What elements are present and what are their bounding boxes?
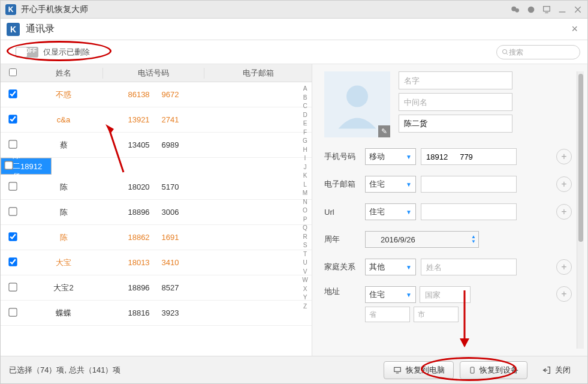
alpha-letter[interactable]: P xyxy=(301,215,309,224)
alpha-letter[interactable]: T xyxy=(301,250,309,259)
svg-point-7 xyxy=(503,49,507,53)
alpha-letter[interactable]: R xyxy=(301,233,309,242)
row-checkbox[interactable] xyxy=(8,207,17,215)
alpha-letter[interactable]: B xyxy=(301,94,309,103)
select-all-checkbox[interactable] xyxy=(9,68,17,76)
alpha-letter[interactable]: H xyxy=(301,146,309,155)
alpha-letter[interactable]: E xyxy=(301,119,309,128)
alpha-letter[interactable]: D xyxy=(301,111,309,120)
alpha-letter[interactable]: O xyxy=(301,206,309,215)
avatar-placeholder-icon xyxy=(330,77,384,131)
row-checkbox[interactable] xyxy=(8,308,17,316)
restore-to-pc-button[interactable]: 恢复到电脑 xyxy=(384,361,454,379)
alpha-letter[interactable]: K xyxy=(301,172,309,181)
phone-type-select[interactable]: 移动▼ xyxy=(365,148,416,165)
add-family-button[interactable]: + xyxy=(556,259,572,275)
search-input[interactable] xyxy=(509,48,569,56)
row-checkbox[interactable] xyxy=(8,89,17,98)
search-box[interactable] xyxy=(496,45,580,59)
alpha-letter[interactable]: V xyxy=(301,268,309,277)
table-row[interactable]: 陈二货18912⠀⠀779 xyxy=(1,158,52,175)
exit-icon xyxy=(542,365,551,375)
alpha-letter[interactable]: Y xyxy=(301,293,309,302)
table-row[interactable]: c&a13921⠀⠀2741 xyxy=(1,107,312,133)
add-url-button[interactable]: + xyxy=(556,204,572,220)
alpha-letter[interactable]: F xyxy=(301,128,309,137)
wechat-icon[interactable] xyxy=(511,5,520,14)
chevron-down-icon: ▼ xyxy=(406,264,412,271)
row-checkbox[interactable] xyxy=(8,257,17,266)
table-row[interactable]: 大宝18013⠀⠀3410 xyxy=(1,250,312,275)
middle-name-input[interactable] xyxy=(399,93,512,111)
alpha-letter[interactable]: G xyxy=(301,137,309,146)
titlebar: K 开心手机恢复大师 xyxy=(1,1,587,19)
alpha-letter[interactable]: A xyxy=(301,85,309,94)
minimize-icon[interactable] xyxy=(557,5,567,14)
avatar-edit-button[interactable]: ✎ xyxy=(378,125,390,137)
detail-scrollbar[interactable] xyxy=(577,71,584,349)
alpha-letter[interactable]: C xyxy=(301,102,309,111)
row-checkbox[interactable] xyxy=(8,283,17,291)
date-spinner[interactable]: ▲▼ xyxy=(471,235,476,244)
col-header-email[interactable]: 电子邮箱 xyxy=(204,68,312,79)
alpha-letter[interactable]: Z xyxy=(301,302,309,311)
add-email-button[interactable]: + xyxy=(556,176,572,192)
email-type-select[interactable]: 住宅▼ xyxy=(365,176,416,193)
row-phone: 18912⠀⠀779 xyxy=(20,162,67,171)
close-button[interactable]: 关闭 xyxy=(533,361,579,379)
row-checkbox[interactable] xyxy=(4,161,13,169)
table-row[interactable]: 蝶蝶18816⠀⠀3923 xyxy=(1,301,312,326)
alpha-index[interactable]: ABCDEFGHIJKLMNOPQRSTUVWXYZ xyxy=(301,85,309,311)
feedback-icon[interactable] xyxy=(542,5,551,14)
alpha-letter[interactable]: M xyxy=(301,189,309,198)
chat-icon[interactable] xyxy=(526,5,536,14)
row-checkbox[interactable] xyxy=(8,140,17,148)
row-name: 陈 xyxy=(25,182,102,193)
contacts-table: 姓名 电话号码 电子邮箱 不惑86138⠀⠀9672c&a13921⠀⠀2741… xyxy=(1,64,312,356)
col-header-phone[interactable]: 电话号码 xyxy=(102,68,204,79)
family-type-select[interactable]: 其他▼ xyxy=(365,259,416,275)
col-header-name[interactable]: 姓名 xyxy=(25,68,102,79)
table-row[interactable]: 陈18896⠀⠀3006 xyxy=(1,200,312,225)
first-name-input[interactable] xyxy=(399,71,512,89)
city-input[interactable] xyxy=(414,307,459,322)
close-panel-button[interactable]: × xyxy=(568,23,581,35)
close-window-icon[interactable] xyxy=(573,5,583,14)
table-header: 姓名 电话号码 电子邮箱 xyxy=(1,64,312,82)
alpha-letter[interactable]: W xyxy=(301,276,309,285)
table-row[interactable]: 大宝218896⠀⠀8527 xyxy=(1,275,312,301)
row-checkbox[interactable] xyxy=(8,115,17,123)
alpha-letter[interactable]: Q xyxy=(301,224,309,233)
module-logo: K xyxy=(7,23,20,36)
alpha-letter[interactable]: N xyxy=(301,198,309,207)
deleted-only-toggle[interactable]: OFF xyxy=(16,47,38,58)
url-input[interactable] xyxy=(421,203,517,220)
alpha-letter[interactable]: L xyxy=(301,181,309,190)
anniv-date-input[interactable]: 2016/9/26 ▲▼ xyxy=(365,231,479,248)
alpha-letter[interactable]: J xyxy=(301,163,309,172)
country-input[interactable] xyxy=(420,286,471,303)
row-name: 陈 xyxy=(25,207,102,218)
table-row[interactable]: 陈18862⠀⠀1691 xyxy=(1,225,312,250)
family-name-input[interactable] xyxy=(421,259,517,275)
table-row[interactable]: 陈18020⠀⠀5170 xyxy=(1,175,312,200)
url-type-select[interactable]: 住宅▼ xyxy=(365,203,416,220)
row-phone: 18896⠀⠀3006 xyxy=(102,208,204,217)
add-addr-button[interactable]: + xyxy=(556,286,572,302)
restore-to-device-button[interactable]: 恢复到设备 xyxy=(460,361,527,379)
alpha-letter[interactable]: X xyxy=(301,285,309,294)
row-checkbox[interactable] xyxy=(8,232,17,241)
addr-type-select[interactable]: 住宅▼ xyxy=(365,286,416,303)
table-body: 不惑86138⠀⠀9672c&a13921⠀⠀2741蔡13405⠀⠀6989陈… xyxy=(1,82,312,356)
alpha-letter[interactable]: S xyxy=(301,241,309,250)
alpha-letter[interactable]: I xyxy=(301,154,309,163)
table-row[interactable]: 蔡13405⠀⠀6989 xyxy=(1,133,312,158)
province-input[interactable] xyxy=(365,307,410,322)
email-input[interactable] xyxy=(421,176,517,193)
last-name-input[interactable] xyxy=(399,115,512,133)
table-row[interactable]: 不惑86138⠀⠀9672 xyxy=(1,82,312,107)
add-phone-button[interactable]: + xyxy=(556,149,572,164)
phone-input[interactable] xyxy=(421,148,517,165)
row-checkbox[interactable] xyxy=(8,182,17,190)
alpha-letter[interactable]: U xyxy=(301,259,309,268)
